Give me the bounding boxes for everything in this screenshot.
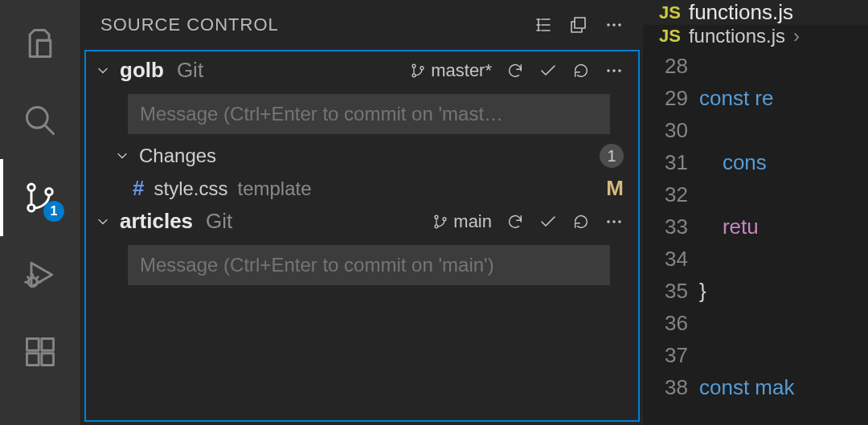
repo-header-articles[interactable]: articles Git main <box>86 206 638 239</box>
branch-label: main <box>453 211 492 232</box>
tab-functions-js[interactable]: JS functions.js <box>659 0 793 25</box>
changes-section[interactable]: Changes 1 <box>86 141 638 171</box>
svg-point-12 <box>619 24 620 26</box>
tab-label: functions.js <box>689 0 793 25</box>
svg-rect-8 <box>42 339 54 351</box>
changed-file-row[interactable]: # style.css template M <box>86 171 638 206</box>
line-gutter: 2829303132333435363738 <box>643 48 699 425</box>
js-file-icon: JS <box>659 2 681 23</box>
panel-header-actions <box>534 15 624 35</box>
editor-area: JS functions.js JS functions.js › 282930… <box>643 0 868 425</box>
more-actions-icon[interactable] <box>604 15 624 35</box>
svg-point-11 <box>613 24 615 26</box>
commit-check-icon[interactable] <box>538 212 558 231</box>
extensions-icon[interactable] <box>0 313 80 390</box>
repo-actions: main <box>432 211 624 232</box>
changes-count-badge: 1 <box>600 144 624 168</box>
repo-type: Git <box>206 209 424 234</box>
svg-point-23 <box>613 221 615 223</box>
branch-label: master* <box>431 60 492 81</box>
breadcrumb[interactable]: JS functions.js › <box>643 25 868 48</box>
file-name: style.css <box>154 178 227 200</box>
more-actions-icon[interactable] <box>604 212 624 231</box>
repo-actions: master* <box>410 60 624 81</box>
svg-point-18 <box>619 70 620 72</box>
collapse-repos-icon[interactable] <box>569 15 588 35</box>
chevron-down-icon <box>94 214 112 230</box>
commit-message-input[interactable] <box>128 94 610 134</box>
svg-rect-6 <box>27 353 39 366</box>
scm-badge: 1 <box>43 201 64 222</box>
source-control-icon[interactable]: 1 <box>0 159 80 236</box>
commit-check-icon[interactable] <box>538 61 558 80</box>
refresh-icon[interactable] <box>572 62 590 80</box>
svg-point-17 <box>613 70 615 72</box>
panel-body: golb Git master* Changes 1 # style.css t… <box>84 50 640 422</box>
run-debug-icon[interactable] <box>0 236 80 313</box>
source-control-panel: SOURCE CONTROL golb Git master* <box>80 0 643 425</box>
svg-point-10 <box>608 24 609 26</box>
svg-rect-5 <box>27 339 39 351</box>
sync-icon[interactable] <box>506 213 524 231</box>
code-editor[interactable]: 2829303132333435363738 const re cons ret… <box>643 48 868 425</box>
svg-point-22 <box>608 221 609 223</box>
changes-label: Changes <box>139 145 592 167</box>
code-lines: const re cons retu } const mak cons if (… <box>699 48 795 425</box>
repo-name: golb <box>120 58 164 83</box>
file-folder: template <box>237 178 596 200</box>
breadcrumb-file: functions.js <box>689 25 785 47</box>
tab-bar: JS functions.js <box>643 0 868 25</box>
refresh-icon[interactable] <box>572 213 590 231</box>
repo-header-golb[interactable]: golb Git master* <box>86 55 638 88</box>
explorer-icon[interactable] <box>0 5 80 82</box>
svg-rect-9 <box>575 18 585 28</box>
svg-point-16 <box>608 70 609 72</box>
css-file-icon: # <box>133 176 144 201</box>
more-actions-icon[interactable] <box>604 61 624 80</box>
branch-button[interactable]: master* <box>410 60 492 81</box>
svg-point-24 <box>619 221 620 223</box>
branch-button[interactable]: main <box>432 211 492 232</box>
chevron-down-icon <box>113 148 131 164</box>
panel-header: SOURCE CONTROL <box>81 0 643 50</box>
chevron-down-icon <box>94 63 112 79</box>
commit-message-input[interactable] <box>128 245 610 285</box>
repo-name: articles <box>120 209 193 234</box>
view-as-tree-icon[interactable] <box>534 15 553 35</box>
file-status-m: M <box>606 176 624 201</box>
js-file-icon: JS <box>659 26 681 47</box>
activity-bar: 1 <box>0 0 80 425</box>
repo-type: Git <box>177 58 402 83</box>
sync-icon[interactable] <box>506 62 524 80</box>
chevron-right-icon: › <box>793 25 800 47</box>
panel-title: SOURCE CONTROL <box>100 14 534 35</box>
svg-rect-7 <box>42 353 54 366</box>
search-icon[interactable] <box>0 82 80 159</box>
